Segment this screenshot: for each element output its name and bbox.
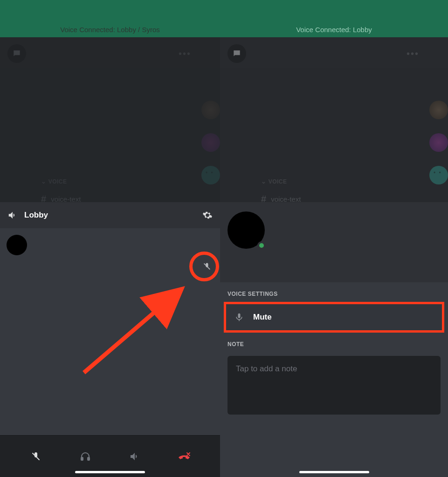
more-icon[interactable]: ••• (407, 48, 419, 59)
channel-label: voice-text (51, 195, 81, 203)
channel-label: voice-text (271, 195, 301, 203)
mute-toggle-button[interactable] (23, 451, 49, 462)
mic-muted-icon[interactable] (202, 262, 212, 271)
disconnect-button[interactable] (171, 451, 197, 462)
status-online-dot (257, 241, 266, 250)
chat-button[interactable] (7, 44, 26, 63)
annotation-arrow (75, 279, 205, 382)
voice-connected-text: Voice Connected: Lobby / Syros (60, 26, 159, 34)
self-avatar[interactable] (7, 235, 27, 255)
member-avatars (429, 101, 448, 198)
voice-connected-text: Voice Connected: Lobby (296, 26, 372, 34)
svg-line-0 (84, 289, 182, 373)
voice-panel-title: Lobby (24, 211, 196, 220)
channel-header: ••• (0, 37, 220, 68)
voice-panel-sheet: Lobby (0, 202, 220, 477)
home-indicator (299, 471, 369, 473)
background-dim-right: Voice Connected: Lobby ••• VOICE # voice… (220, 0, 448, 202)
avatar[interactable] (201, 101, 220, 119)
chat-button[interactable] (227, 44, 246, 63)
home-indicator (75, 471, 145, 473)
note-placeholder: Tap to add a note (236, 364, 297, 373)
more-icon[interactable]: ••• (179, 48, 191, 59)
voice-panel-header: Lobby (0, 202, 220, 228)
speaker-icon (7, 210, 18, 220)
voice-connected-banner: Voice Connected: Lobby (220, 0, 448, 37)
category-voice[interactable]: VOICE (41, 178, 198, 185)
channel-body: VOICE # voice-text Lobby (220, 68, 448, 202)
chat-icon (12, 49, 21, 58)
speaker-icon (129, 451, 140, 462)
avatar[interactable] (201, 133, 220, 152)
mic-muted-icon (30, 451, 41, 462)
avatar[interactable] (429, 101, 448, 119)
voice-panel-body (0, 228, 220, 435)
avatar[interactable] (429, 133, 448, 152)
deafen-toggle-button[interactable] (72, 451, 98, 462)
profile-header (220, 202, 448, 282)
screenshot-right: Voice Connected: Lobby ••• VOICE # voice… (220, 0, 448, 477)
avatar[interactable] (429, 166, 448, 184)
voice-connected-banner: Voice Connected: Lobby / Syros (0, 0, 220, 37)
speaker-toggle-button[interactable] (122, 451, 148, 462)
mute-row[interactable]: Mute (226, 304, 442, 330)
mic-icon (234, 312, 244, 322)
svg-rect-2 (88, 457, 90, 460)
member-avatars (201, 101, 220, 198)
screenshot-left: Voice Connected: Lobby / Syros ••• VOICE… (0, 0, 220, 477)
chat-icon (232, 49, 241, 58)
gear-icon[interactable] (202, 210, 213, 220)
hangup-icon (178, 451, 191, 462)
channel-header: ••• (220, 37, 448, 68)
avatar[interactable] (201, 166, 220, 184)
background-dim-left: Voice Connected: Lobby / Syros ••• VOICE… (0, 0, 220, 202)
annotation-rect: Mute (224, 302, 444, 333)
mute-label: Mute (253, 313, 272, 322)
user-profile-sheet: VOICE SETTINGS Mute NOTE Tap to add a no… (220, 202, 448, 477)
channel-body: VOICE # voice-text Lobby (0, 68, 220, 202)
headphones-icon (80, 451, 91, 462)
category-voice[interactable]: VOICE (261, 178, 426, 185)
voice-settings-label: VOICE SETTINGS (220, 282, 448, 302)
note-input[interactable]: Tap to add a note (227, 356, 441, 415)
note-label: NOTE (220, 333, 448, 352)
svg-rect-1 (81, 457, 83, 460)
voice-footer (0, 435, 220, 477)
